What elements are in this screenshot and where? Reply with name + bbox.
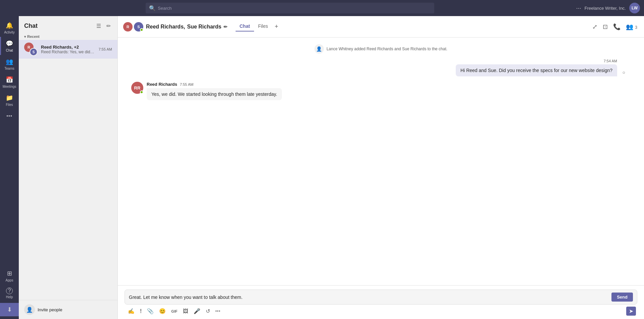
participant-avatar-reed: R	[123, 22, 133, 31]
invite-label: Invite people	[38, 307, 62, 312]
chat-item-time: 7:55 AM	[99, 47, 112, 51]
more-options-toolbar-button[interactable]: •••	[213, 308, 223, 315]
participants-button[interactable]: 👥 3	[625, 22, 639, 32]
message-input[interactable]	[129, 295, 609, 300]
activity-icon: 🔔	[5, 21, 13, 29]
priority-button[interactable]: !	[138, 307, 144, 316]
more-options-icon[interactable]: ···	[576, 5, 581, 12]
avatar: RR	[131, 82, 143, 94]
sidebar-label-chat: Chat	[6, 49, 13, 52]
search-box[interactable]: 🔍	[146, 3, 434, 13]
attach-button[interactable]: 📎	[145, 307, 156, 316]
sidebar-label-teams: Teams	[4, 67, 14, 70]
participant-avatars: R S	[123, 22, 143, 31]
loop-button[interactable]: ↺	[204, 307, 212, 316]
sidebar-label-apps: Apps	[6, 278, 13, 282]
apps-icon: ⊞	[5, 269, 13, 277]
chat-participants: R S Reed Richards, Sue Richards ✏ Chat F…	[123, 22, 591, 31]
filter-button[interactable]: ☰	[95, 21, 102, 30]
sidebar-item-teams[interactable]: 👥 Teams	[0, 55, 19, 73]
sidebar-item-help[interactable]: ? Help	[0, 285, 19, 302]
tab-files[interactable]: Files	[254, 22, 272, 31]
chat-header: R S Reed Richards, Sue Richards ✏ Chat F…	[118, 16, 644, 38]
message-group: 7:54 AM Hi Reed and Sue. Did you receive…	[131, 59, 617, 76]
sidebar-label-activity: Activity	[4, 30, 15, 34]
sticker-button[interactable]: 🖼	[181, 307, 190, 316]
sidebar-item-download[interactable]: ⬇	[0, 303, 19, 316]
files-icon: 📁	[5, 94, 13, 102]
message-time: 7:54 AM	[604, 59, 617, 63]
online-status-dot	[140, 90, 143, 94]
send-button[interactable]: Send	[611, 293, 633, 302]
chat-tabs: Chat Files +	[236, 22, 281, 31]
system-message-text: Lance Whitney added Reed Richards and Su…	[327, 47, 447, 51]
new-chat-button[interactable]: ✏	[105, 21, 112, 30]
meetings-icon: 📅	[5, 76, 13, 84]
add-tab-button[interactable]: +	[272, 23, 281, 30]
message-sender: Reed Richards	[147, 82, 177, 87]
gif-button[interactable]: GIF	[169, 308, 179, 315]
sidebar-bottom: ⊞ Apps ? Help ⬇	[0, 267, 19, 316]
message-header: Reed Richards 7:55 AM	[147, 82, 631, 87]
chat-icon: 💬	[5, 40, 13, 48]
message-input-area: Send ✍ ! 📎 😊 GIF 🖼 🎤 ↺ ••• ➤	[118, 285, 644, 319]
pop-out-button[interactable]: ⊡	[601, 22, 609, 32]
sidebar-nav: 🔔 Activity 💬 Chat 👥 Teams 📅 Meetings 📁 F…	[0, 16, 19, 319]
message-time: 7:55 AM	[180, 82, 193, 86]
messages-area: 👤 Lance Whitney added Reed Richards and …	[118, 38, 644, 285]
input-toolbar: ✍ ! 📎 😊 GIF 🖼 🎤 ↺ ••• ➤	[125, 305, 637, 316]
participant-names: Reed Richards, Sue Richards ✏	[146, 24, 228, 30]
top-bar: 🔍 ··· Freelance Writer, Inc. LW	[0, 0, 644, 16]
expand-button[interactable]: ⤢	[591, 22, 599, 32]
more-icon: •••	[5, 112, 13, 120]
message-status-icon: ○	[623, 70, 625, 75]
participant-avatar-sue: S	[134, 22, 143, 31]
download-icon: ⬇	[5, 306, 13, 314]
chevron-down-icon: ▾	[24, 35, 26, 39]
help-icon: ?	[6, 288, 13, 294]
sidebar-item-meetings[interactable]: 📅 Meetings	[0, 73, 19, 91]
message-bubble: Yes, we did. We started looking through …	[147, 88, 282, 100]
sidebar-item-files[interactable]: 📁 Files	[0, 91, 19, 109]
avatar-group: R S	[24, 43, 38, 56]
sidebar-item-chat[interactable]: 💬 Chat	[0, 37, 19, 55]
chat-item-info: Reed Richards, +2 Reed Richards: Yes, we…	[41, 45, 95, 54]
sidebar-item-more[interactable]: •••	[0, 109, 19, 123]
participants-count: 3	[635, 25, 637, 30]
sidebar-item-activity[interactable]: 🔔 Activity	[0, 19, 19, 37]
sidebar-item-apps[interactable]: ⊞ Apps	[0, 267, 19, 285]
message-text: Hi Reed and Sue. Did you receive the spe…	[460, 68, 612, 73]
sidebar-label-files: Files	[6, 103, 13, 107]
top-bar-right: ··· Freelance Writer, Inc. LW	[576, 3, 640, 13]
company-name: Freelance Writer, Inc.	[585, 6, 626, 11]
invite-icon: 👤	[24, 304, 35, 315]
chat-item-name: Reed Richards, +2	[41, 45, 95, 50]
chat-window: R S Reed Richards, Sue Richards ✏ Chat F…	[118, 16, 644, 319]
audio-button[interactable]: 🎤	[192, 307, 202, 316]
search-input[interactable]	[158, 6, 431, 11]
emoji-button[interactable]: 😊	[157, 307, 168, 316]
edit-chat-name-icon[interactable]: ✏	[224, 24, 228, 29]
participant-name-sue: Sue Richards	[187, 24, 221, 30]
send-toolbar-button[interactable]: ➤	[626, 307, 636, 316]
list-item[interactable]: R S Reed Richards, +2 Reed Richards: Yes…	[19, 40, 117, 59]
sidebar-label-meetings: Meetings	[3, 85, 16, 88]
user-avatar[interactable]: LW	[629, 3, 640, 13]
chat-list-panel: Chat ☰ ✏ ▾ Recent R S Reed Richards, +2 …	[19, 16, 118, 319]
teams-icon: 👥	[5, 58, 13, 66]
main-layout: 🔔 Activity 💬 Chat 👥 Teams 📅 Meetings 📁 F…	[0, 16, 644, 319]
sidebar-label-help: Help	[6, 295, 13, 299]
chat-list-title: Chat	[24, 22, 38, 29]
participant-name-reed: Reed Richards,	[146, 24, 185, 30]
call-button[interactable]: 📞	[612, 22, 622, 32]
message-text: Yes, we did. We started looking through …	[151, 91, 277, 97]
invite-people-button[interactable]: 👤 Invite people	[19, 300, 117, 319]
message-input-row: Send	[125, 290, 637, 305]
avatar: S	[30, 48, 38, 56]
format-button[interactable]: ✍	[126, 307, 137, 316]
chat-header-actions: ⤢ ⊡ 📞 👥 3	[591, 22, 639, 32]
participants-icon: 👥	[626, 23, 633, 30]
tab-chat[interactable]: Chat	[236, 22, 254, 31]
message-group: RR Reed Richards 7:55 AM Yes, we did. We…	[131, 82, 631, 100]
system-icon: 👤	[314, 44, 324, 54]
